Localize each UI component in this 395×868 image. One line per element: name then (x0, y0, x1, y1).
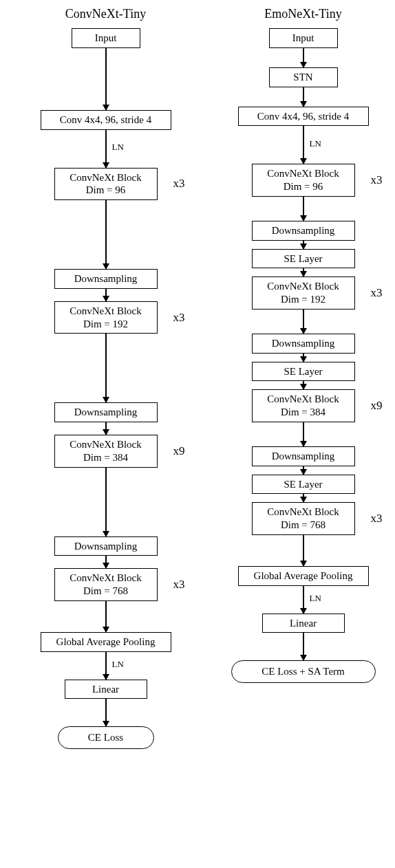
right-se1: SE Layer (252, 249, 355, 269)
left-block4: ConvNeXt BlockDim = 768 (54, 568, 158, 601)
ln-label: LN (310, 138, 321, 149)
arrow (105, 422, 107, 435)
right-se3: SE Layer (252, 475, 355, 495)
left-stem: Conv 4x4, 96, stride 4 (41, 110, 171, 130)
right-down2: Downsampling (252, 334, 355, 354)
left-block1: ConvNeXt BlockDim = 96 (54, 168, 158, 201)
right-linear: Linear (262, 614, 345, 633)
right-title: EmoNeXt-Tiny (264, 7, 341, 21)
arrow (303, 197, 304, 221)
right-mult1: x3 (371, 173, 383, 187)
left-mult4: x3 (173, 578, 185, 592)
right-loss: CE Loss + SA Term (231, 660, 376, 683)
left-mult1: x3 (173, 177, 185, 191)
left-down2: Downsampling (54, 402, 158, 422)
arrow (105, 699, 107, 726)
ln-label: LN (112, 142, 124, 153)
right-mult2: x3 (371, 286, 383, 300)
right-se2: SE Layer (252, 362, 355, 382)
left-down1: Downsampling (54, 269, 158, 289)
arrow (303, 87, 304, 107)
left-block2: ConvNeXt BlockDim = 192 (54, 301, 158, 334)
arrow (303, 633, 304, 660)
arrow (303, 381, 304, 389)
arrow (105, 556, 107, 568)
left-input: Input (72, 28, 140, 48)
left-gap: Global Average Pooling (41, 632, 171, 652)
right-block2: ConvNeXt BlockDim = 192 (252, 276, 355, 310)
arrow (303, 48, 304, 67)
left-down3: Downsampling (54, 536, 158, 556)
arrow (303, 354, 304, 362)
arrow (303, 268, 304, 276)
arrow (105, 289, 107, 301)
left-loss: CE Loss (58, 726, 154, 749)
right-down3: Downsampling (252, 446, 355, 466)
arrow: LN (105, 652, 107, 680)
arrow: LN (303, 126, 304, 164)
left-title: ConvNeXt-Tiny (65, 7, 146, 21)
right-mult3: x9 (371, 399, 383, 413)
arrow (303, 535, 304, 566)
arrow: LN (105, 130, 107, 168)
right-gap: Global Average Pooling (238, 566, 369, 586)
right-input: Input (269, 28, 338, 48)
right-mult4: x3 (371, 512, 383, 525)
left-block3: ConvNeXt BlockDim = 384 (54, 435, 158, 468)
arrow (303, 241, 304, 249)
ln-label: LN (112, 659, 124, 670)
diagram-wrap: ConvNeXt-Tiny Input Conv 4x4, 96, stride… (7, 7, 395, 749)
arrow (303, 494, 304, 502)
arrow (105, 468, 107, 536)
arrow (303, 422, 304, 446)
right-down1: Downsampling (252, 221, 355, 241)
arrow (105, 601, 107, 632)
right-block4: ConvNeXt BlockDim = 768 (252, 502, 355, 535)
arrow: LN (303, 586, 304, 614)
ln-label: LN (310, 593, 321, 604)
right-stem: Conv 4x4, 96, stride 4 (238, 107, 369, 127)
arrow (303, 310, 304, 334)
arrow (303, 466, 304, 475)
arrow (105, 200, 107, 269)
arrow (105, 334, 107, 402)
left-column: ConvNeXt-Tiny Input Conv 4x4, 96, stride… (17, 7, 195, 749)
right-stn: STN (269, 67, 338, 87)
right-column: EmoNeXt-Tiny Input STN Conv 4x4, 96, str… (214, 7, 393, 749)
left-mult3: x9 (173, 444, 185, 458)
right-block1: ConvNeXt BlockDim = 96 (252, 164, 355, 197)
left-mult2: x3 (173, 311, 185, 325)
right-block3: ConvNeXt BlockDim = 384 (252, 389, 355, 422)
left-linear: Linear (65, 680, 147, 699)
arrow (105, 48, 107, 110)
